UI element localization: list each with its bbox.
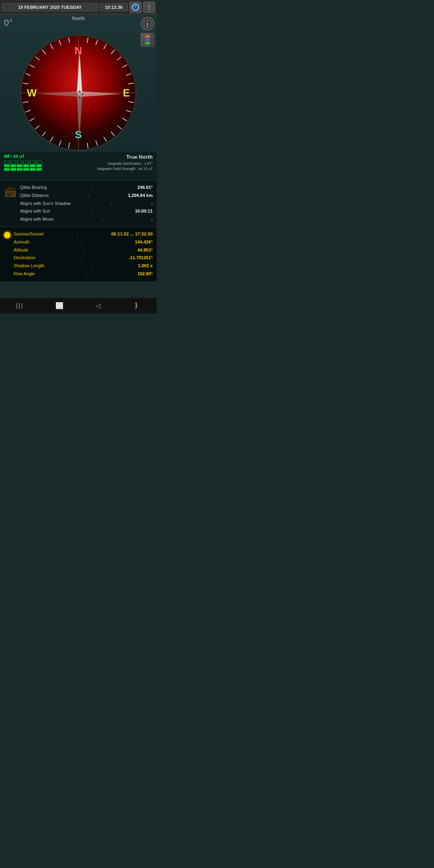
bottom-nav: ||| ⬜ ◁ 🚶 <box>0 297 157 313</box>
sun-icon <box>4 232 10 238</box>
north-label: North <box>72 15 85 21</box>
qibla-moon-label: Aligns with Moon <box>20 215 53 223</box>
bar-seg-9 <box>17 164 23 167</box>
sun-section: Sunrise/Sunset : 06:11:52 ... 17:32:50 A… <box>0 227 157 281</box>
compass-ring: // We'll do this manually via transform <box>20 35 137 151</box>
layers-icon-button[interactable] <box>141 33 154 47</box>
qibla-distance-value: 1,204.84 km <box>128 192 153 200</box>
bar-seg-15 <box>17 168 23 171</box>
bar-seg-18 <box>36 168 42 171</box>
declination-sun-colon: : <box>82 254 83 262</box>
bar-seg-5 <box>30 161 35 164</box>
azimuth-colon: : <box>82 238 83 246</box>
shadow-colon: : <box>90 262 92 270</box>
shadow-value: 1.002 x <box>138 262 153 270</box>
layer-red <box>145 35 150 38</box>
svg-point-3 <box>147 23 148 25</box>
sun-data: Sunrise/Sunset : 06:11:52 ... 17:32:50 A… <box>14 230 153 278</box>
rise-angle-row: Rise Angle : 102.80° <box>14 270 153 278</box>
qibla-bearing-label: Qibla Bearing <box>20 184 47 192</box>
nav-home-icon[interactable]: ⬜ <box>55 302 63 309</box>
qibla-section: Qibla Bearing : 246.01° Qibla Distance :… <box>0 180 157 227</box>
top-bar: 18 FEBRUARY 2020 TUESDAY 10:12:36 ⋮ <box>0 0 157 14</box>
azimuth-value: 144.426° <box>135 238 153 246</box>
qibla-shadow-row: Aligns with Sun's Shadow : - <box>20 200 153 208</box>
bar-seg-3 <box>17 161 23 164</box>
date-display: 18 FEBRUARY 2020 TUESDAY <box>2 3 98 11</box>
bar-seg-10 <box>23 164 29 167</box>
needle-container <box>21 36 135 150</box>
qibla-bearing-colon: : <box>92 184 93 192</box>
kaaba-icon-svg <box>4 185 17 198</box>
mf-label: MF: 44 uT <box>4 154 42 159</box>
declination-value: 2.87° <box>144 162 153 166</box>
sunrise-label: Sunrise/Sunset <box>14 230 44 238</box>
declination-sun-label: Declination <box>14 254 35 262</box>
svg-marker-46 <box>6 186 15 189</box>
altitude-colon: : <box>82 246 84 254</box>
true-north-label: True North <box>97 154 153 160</box>
shadow-label: Shadow Length <box>14 262 44 270</box>
shadow-row: Shadow Length : 1.002 x <box>14 262 153 270</box>
qibla-sun-row: Aligns with Sun : 16:00:11 <box>20 207 153 215</box>
bar-seg-11 <box>30 164 35 167</box>
compass-rose-icon <box>143 20 151 28</box>
svg-rect-43 <box>6 189 15 191</box>
qibla-sun-colon: : <box>92 207 93 215</box>
bar-row-1 <box>4 161 42 164</box>
qibla-bearing-row: Qibla Bearing : 246.01° <box>20 184 153 192</box>
menu-button[interactable]: ⋮ <box>143 2 155 13</box>
bar-row-3 <box>4 168 42 171</box>
bar-seg-4 <box>23 161 29 164</box>
qibla-distance-colon: : <box>88 192 89 200</box>
mag-left: MF: 44 uT <box>4 154 42 171</box>
bar-row-2 <box>4 164 42 167</box>
bar-seg-13 <box>4 168 10 171</box>
rise-angle-value: 102.80° <box>137 270 153 278</box>
clock-icon <box>132 4 139 11</box>
magnetic-section: MF: 44 uT <box>0 151 157 180</box>
azimuth-label: Azimuth <box>14 238 30 246</box>
qibla-sun-value: 16:00:11 <box>135 207 153 215</box>
nav-person-icon[interactable]: 🚶 <box>133 302 141 309</box>
compass-rose[interactable]: // We'll do this manually via transform <box>20 35 137 151</box>
declination-detail: Magnetic Declination : 2.87° <box>97 161 153 166</box>
main-content: 0° North <box>0 14 157 297</box>
declination-label: Magnetic Declination <box>108 162 141 166</box>
sunrise-value: 06:11:52 ... 17:32:50 <box>111 230 153 238</box>
qibla-shadow-value: - <box>151 200 153 208</box>
svg-rect-44 <box>7 194 10 197</box>
bar-seg-2 <box>10 161 16 164</box>
svg-point-41 <box>78 93 81 95</box>
qibla-shadow-label: Aligns with Sun's Shadow <box>20 200 71 208</box>
declination-row: Declination : -11.791261° <box>14 254 153 262</box>
bar-seg-12 <box>36 164 42 167</box>
field-strength-value: 44.12 uT <box>138 167 153 171</box>
qibla-sun-label: Aligns with Sun <box>20 207 50 215</box>
qibla-data: Qibla Bearing : 246.01° Qibla Distance :… <box>20 184 153 223</box>
time-display: 10:12:36 <box>100 3 128 11</box>
layer-blue <box>145 39 150 41</box>
nav-back-icon[interactable]: ◁ <box>96 302 100 309</box>
clock-button[interactable] <box>129 2 141 13</box>
svg-marker-36 <box>77 52 82 94</box>
degree-label: 0° <box>4 18 12 28</box>
sunrise-colon: : <box>77 230 78 238</box>
qibla-distance-row: Qibla Distance : 1,204.84 km <box>20 192 153 200</box>
bar-seg-7 <box>4 164 10 167</box>
rise-angle-label: Rise Angle <box>14 270 35 278</box>
bar-seg-17 <box>30 168 35 171</box>
svg-marker-37 <box>77 94 82 136</box>
azimuth-row: Azimuth : 144.426° <box>14 238 153 246</box>
rise-angle-colon: : <box>86 270 87 278</box>
dots-icon: ⋮ <box>146 4 152 10</box>
mag-right: True North Magnetic Declination : 2.87° … <box>97 154 153 171</box>
sunrise-row: Sunrise/Sunset : 06:11:52 ... 17:32:50 <box>14 230 153 238</box>
qibla-moon-colon: : <box>102 215 103 223</box>
qibla-moon-row: Aligns with Moon : - <box>20 215 153 223</box>
declination-sun-value: -11.791261° <box>129 254 153 262</box>
qibla-shadow-colon: : <box>110 200 111 208</box>
compass-needle-svg <box>21 36 138 152</box>
compass-icon-button[interactable] <box>141 17 154 31</box>
nav-menu-icon[interactable]: ||| <box>16 302 23 309</box>
